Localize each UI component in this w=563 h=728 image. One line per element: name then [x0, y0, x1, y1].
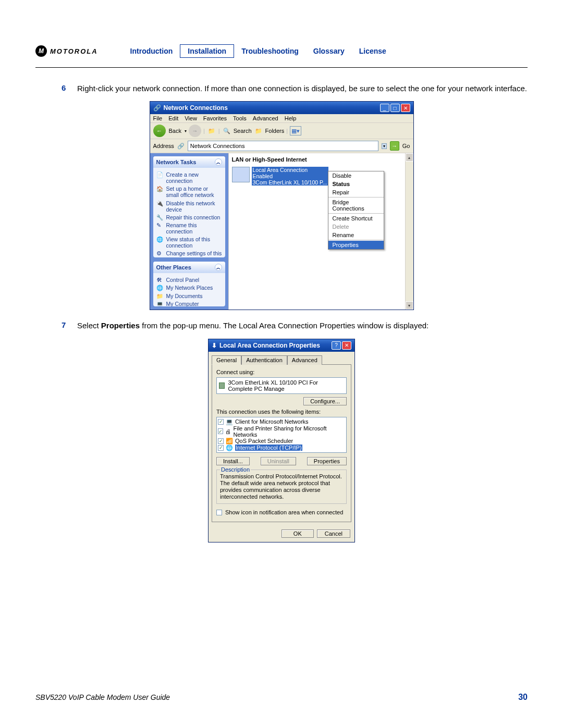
tab-authentication[interactable]: Authentication: [241, 355, 287, 365]
item-file-print-sharing[interactable]: ✓🖨File and Printer Sharing for Microsoft…: [218, 425, 345, 438]
cancel-button[interactable]: Cancel: [317, 529, 350, 538]
checkbox-icon[interactable]: ✓: [218, 438, 224, 444]
conn-device: 3Com EtherLink XL 10/100 P...: [252, 179, 328, 186]
motorola-logo-icon: M: [35, 45, 47, 57]
menu-advanced[interactable]: Advanced: [253, 115, 278, 121]
ok-button[interactable]: OK: [282, 529, 314, 538]
item-client-ms-networks[interactable]: ✓💻Client for Microsoft Networks: [218, 418, 345, 425]
connection-icon: [232, 167, 250, 182]
collapse-icon[interactable]: ︽: [215, 158, 222, 166]
menubar: File Edit View Favorites Tools Advanced …: [150, 114, 413, 123]
back-chevron-icon[interactable]: ▾: [185, 129, 187, 133]
show-icon-row[interactable]: Show icon in notification area when conn…: [216, 509, 347, 515]
other-my-documents[interactable]: 📁My Documents: [156, 293, 222, 299]
checkbox-icon[interactable]: ✓: [218, 419, 224, 425]
folders-label: Folders: [265, 128, 285, 134]
nav-introduction[interactable]: Introduction: [123, 45, 180, 57]
nav-license[interactable]: License: [352, 45, 394, 57]
item-qos[interactable]: ✓📶QoS Packet Scheduler: [218, 438, 345, 445]
close-button[interactable]: ✕: [401, 104, 410, 112]
search-label: Search: [234, 128, 252, 134]
install-button[interactable]: Install...: [216, 457, 250, 465]
help-button[interactable]: ?: [332, 341, 341, 350]
up-icon[interactable]: 📁: [207, 126, 216, 135]
search-icon[interactable]: 🔍: [222, 126, 231, 135]
other-control-panel[interactable]: 🛠Control Panel: [156, 277, 222, 283]
context-menu: Disable Status Repair Bridge Connections…: [328, 171, 384, 250]
document-header: M MOTOROLA Introduction Installation Tro…: [35, 44, 528, 58]
ctx-delete: Delete: [328, 223, 384, 231]
task-view-status[interactable]: 🌐View status of this connection: [156, 236, 222, 249]
network-tasks-panel: Network Tasks ︽ 📄Create a new connection…: [153, 156, 225, 257]
nic-box: 3Com EtherLink XL 10/100 PCI For Complet…: [216, 377, 347, 394]
scroll-down-icon[interactable]: ▾: [406, 301, 413, 310]
menu-file[interactable]: File: [153, 115, 163, 121]
lac-properties-dialog: ⬇ Local Area Connection Properties ? ✕ G…: [208, 339, 355, 543]
ctx-status[interactable]: Status: [328, 180, 384, 188]
network-icon: 🔗: [153, 104, 161, 112]
toolbar-sep: |: [286, 128, 288, 134]
main-category-header: LAN or High-Speed Internet: [232, 156, 402, 163]
nav-links: Introduction Installation Troubleshootin…: [123, 44, 394, 58]
other-network-places[interactable]: 🌐My Network Places: [156, 285, 222, 291]
step-6: 6 Right-click your network connection. I…: [62, 83, 528, 94]
menu-edit[interactable]: Edit: [168, 115, 178, 121]
address-dropdown-icon[interactable]: ▾: [382, 143, 387, 149]
step-7: 7 Select Properties from the pop-up menu…: [62, 320, 528, 331]
configure-button[interactable]: Configure...: [303, 397, 347, 405]
items-listbox[interactable]: ✓💻Client for Microsoft Networks ✓🖨File a…: [216, 417, 347, 453]
item-tcpip[interactable]: ✓🌐Internet Protocol (TCP/IP): [218, 445, 345, 451]
ctx-disable[interactable]: Disable: [328, 171, 384, 180]
step-6-text: Right-click your network connection. If …: [77, 83, 527, 94]
brand-text: MOTOROLA: [50, 47, 98, 55]
folders-icon[interactable]: 📁: [254, 126, 263, 135]
connect-using-label: Connect using:: [216, 369, 347, 375]
scroll-up-icon[interactable]: ▴: [406, 153, 413, 162]
ctx-bridge[interactable]: Bridge Connections: [328, 198, 384, 213]
address-input[interactable]: [188, 141, 378, 151]
step-7-number: 7: [62, 320, 77, 331]
views-icon[interactable]: ▦▾: [290, 126, 301, 135]
menu-help[interactable]: Help: [285, 115, 297, 121]
ctx-repair[interactable]: Repair: [328, 188, 384, 196]
conn-status: Enabled: [252, 173, 328, 179]
menu-favorites[interactable]: Favorites: [203, 115, 227, 121]
menu-tools[interactable]: Tools: [233, 115, 247, 121]
back-button[interactable]: ←: [153, 125, 166, 137]
task-repair[interactable]: 🔧Repair this connection: [156, 214, 222, 220]
menu-view[interactable]: View: [185, 115, 197, 121]
scrollbar[interactable]: ▴ ▾: [405, 153, 413, 310]
nav-installation[interactable]: Installation: [180, 44, 234, 58]
step-6-number: 6: [62, 83, 77, 94]
properties-button[interactable]: Properties: [307, 457, 347, 465]
ctx-create-shortcut[interactable]: Create Shortcut: [328, 214, 384, 223]
task-create-connection[interactable]: 📄Create a new connection: [156, 171, 222, 184]
nav-glossary[interactable]: Glossary: [306, 45, 352, 57]
maximize-button[interactable]: □: [390, 104, 400, 112]
go-button[interactable]: →: [390, 141, 399, 151]
tab-advanced[interactable]: Advanced: [287, 355, 322, 365]
checkbox-icon[interactable]: ✓: [218, 445, 224, 451]
step-7-text: Select Properties from the pop-up menu. …: [77, 320, 429, 331]
titlebar: ⬇ Local Area Connection Properties ? ✕: [209, 339, 354, 352]
ctx-properties[interactable]: Properties: [328, 241, 384, 249]
go-label: Go: [402, 143, 410, 149]
minimize-button[interactable]: _: [380, 104, 389, 112]
collapse-icon[interactable]: ︽: [215, 264, 222, 271]
description-label: Description: [220, 466, 251, 473]
side-panel: Network Tasks ︽ 📄Create a new connection…: [150, 153, 228, 310]
task-change-settings[interactable]: ⚙Change settings of this connection: [156, 250, 222, 257]
checkbox-icon[interactable]: [216, 510, 222, 515]
task-rename[interactable]: ✎Rename this connection: [156, 222, 222, 235]
task-disable-device[interactable]: 🔌Disable this network device: [156, 200, 222, 213]
toolbar-sep: |: [203, 128, 205, 134]
other-my-computer[interactable]: 💻My Computer: [156, 301, 222, 307]
tab-general[interactable]: General: [212, 355, 241, 365]
close-button[interactable]: ✕: [342, 341, 351, 350]
nav-troubleshooting[interactable]: Troubleshooting: [234, 45, 306, 57]
dialog-title: Local Area Connection Properties: [219, 342, 320, 349]
footer-page-number: 30: [518, 693, 528, 702]
task-setup-network[interactable]: 🏠Set up a home or small office network: [156, 186, 222, 198]
ctx-rename[interactable]: Rename: [328, 231, 384, 239]
checkbox-icon[interactable]: ✓: [218, 428, 223, 434]
